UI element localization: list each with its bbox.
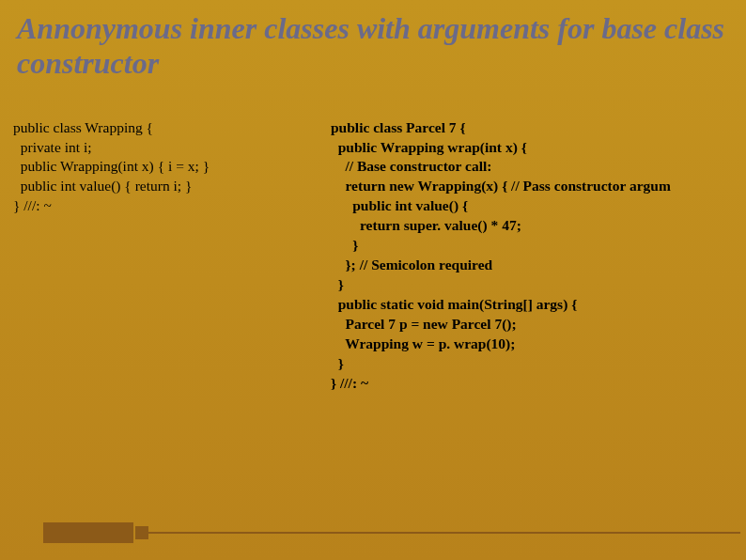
code-line: } [331,275,746,295]
content-area: public class Wrapping { private int i; p… [0,81,746,394]
right-code-block: public class Parcel 7 { public Wrapping … [331,118,746,394]
footer-block-small [135,526,148,539]
code-line: return new Wrapping(x) { // Pass constru… [331,177,746,196]
code-line: public Wrapping(int x) { i = x; } [13,157,331,177]
code-line: public int value() { [331,196,746,216]
code-line: return super. value() * 47; [331,216,746,236]
code-line: public class Parcel 7 { [331,118,746,138]
code-line: private int i; [13,138,331,158]
footer-block [43,522,133,543]
code-line: public class Wrapping { [13,118,331,138]
slide-title: Annonymous inner classes with arguments … [0,0,746,81]
left-code-block: public class Wrapping { private int i; p… [13,118,331,394]
code-line: public static void main(String[] args) { [331,295,746,315]
code-line: Parcel 7 p = new Parcel 7(); [331,315,746,334]
code-line: } ///: ~ [13,196,331,216]
code-line: } ///: ~ [331,374,746,394]
footer-decoration [0,519,746,543]
code-line: public int value() { return i; } [13,177,331,196]
code-line: public Wrapping wrap(int x) { [331,138,746,158]
code-line: } [331,354,746,374]
code-line: } [331,236,746,256]
code-line: // Base constructor call: [331,157,746,177]
slide: Annonymous inner classes with arguments … [0,0,746,560]
code-line: Wrapping w = p. wrap(10); [331,334,746,354]
code-line: }; // Semicolon required [331,256,746,275]
footer-line [148,532,740,534]
